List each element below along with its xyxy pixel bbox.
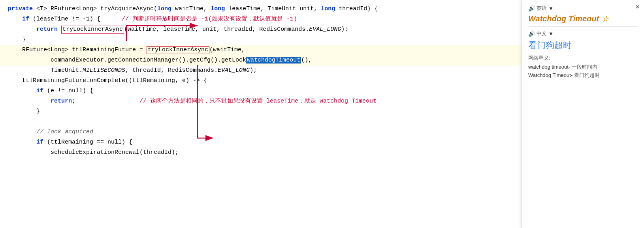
source-term-text: Watchdog Timeout <box>528 14 599 23</box>
source-lang-label: 英语 <box>537 5 547 12</box>
network-zh-1: 一段时间内 <box>572 64 597 70</box>
target-lang-label: 中文 <box>537 30 547 37</box>
source-lang-dropdown[interactable]: ▼ <box>548 6 554 11</box>
star-icon[interactable]: ☆ <box>602 15 608 23</box>
network-zh-2: 看门狗超时 <box>574 72 600 78</box>
code-line-8: ttlRemainingFuture.onComplete((ttlRemain… <box>0 76 522 86</box>
code-line-7: TimeUnit.MILLISECONDS, threadId, RedisCo… <box>0 65 522 76</box>
network-item-1: watchdog timeout- 一段时间内 <box>528 63 638 71</box>
close-button[interactable]: ✕ <box>635 3 640 11</box>
network-en-2: Watchdog Timeout <box>528 72 571 78</box>
network-label: 网络释义: <box>528 54 638 62</box>
code-editor: private <T> RFuture<Long> tryAcquireAsyn… <box>0 0 522 228</box>
network-sep-1: - <box>569 64 572 70</box>
code-line-15: scheduleExpirationRenewal(threadId); <box>0 148 522 158</box>
code-line-6: commandExecutor.getConnectionManager().g… <box>0 55 522 65</box>
source-lang-row: 🔊 英语 ▼ <box>528 5 638 12</box>
code-line-12 <box>0 117 522 127</box>
network-item-2: Watchdog Timeout- 看门狗超时 <box>528 71 638 80</box>
chinese-translation: 看门狗超时 <box>528 39 638 51</box>
code-line-5: RFuture<Long> ttlRemainingFuture = tryLo… <box>0 45 522 55</box>
code-line-4: } <box>0 35 522 45</box>
code-line-3: return tryLockInnerAsync(waitTime, lease… <box>0 24 522 35</box>
speaker-icon-target[interactable]: 🔊 <box>528 30 535 37</box>
network-en-1: watchdog timeout <box>528 64 569 70</box>
code-line-2: if (leaseTime != -1) { // 判断超时释放时间是否是 -1… <box>0 14 522 24</box>
target-lang-dropdown[interactable]: ▼ <box>548 31 554 37</box>
code-line-11: } <box>0 107 522 117</box>
chinese-translation-text: 看门狗超时 <box>528 40 572 50</box>
code-line-13: // lock acquired <box>0 127 522 137</box>
code-line-14: if (ttlRemaining == null) { <box>0 137 522 148</box>
code-line-9: if (e != null) { <box>0 86 522 96</box>
source-term: Watchdog Timeout ☆ <box>528 14 638 23</box>
code-line-1: private <T> RFuture<Long> tryAcquireAsyn… <box>0 4 522 14</box>
code-line-10: return; // 这两个方法是相同的，只不过如果没有设置 leaseTime… <box>0 96 522 107</box>
target-lang-row: 🔊 中文 ▼ <box>528 30 638 37</box>
network-sep-2: - <box>571 72 574 78</box>
translation-panel: ✕ 🔊 英语 ▼ Watchdog Timeout ☆ 🔊 中文 ▼ 看门狗超时… <box>522 0 644 228</box>
divider <box>528 26 638 27</box>
speaker-icon-source[interactable]: 🔊 <box>528 5 535 11</box>
